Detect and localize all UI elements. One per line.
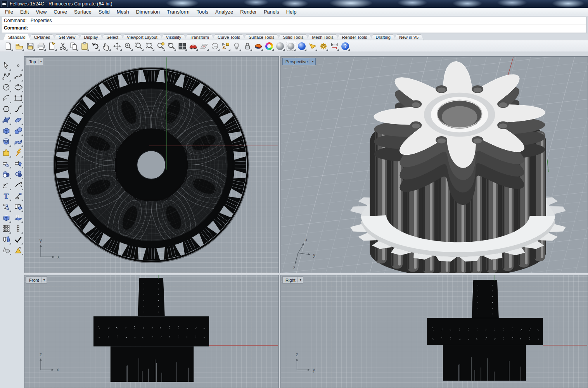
chevron-down-icon[interactable]: ▾ — [43, 279, 45, 282]
paste-icon[interactable] — [80, 42, 89, 51]
tab-drafting[interactable]: Drafting — [370, 34, 396, 40]
perspective-viewport[interactable]: Perspective ▾ xyz — [280, 56, 588, 273]
blend-curve-icon[interactable] — [14, 104, 23, 114]
render-icon[interactable] — [297, 42, 306, 51]
check-icon[interactable] — [14, 235, 23, 244]
tab-transform[interactable]: Transform — [185, 34, 214, 40]
boolean-difference-icon[interactable] — [14, 170, 23, 179]
text-icon[interactable]: T — [2, 191, 11, 201]
tab-visibility[interactable]: Visibility — [161, 34, 187, 40]
orient-icon[interactable] — [14, 202, 23, 212]
tab-curve-tools[interactable]: Curve Tools — [213, 34, 245, 40]
zoom-window-icon[interactable] — [134, 42, 144, 51]
menu-item-transform[interactable]: Transform — [163, 8, 193, 16]
tab-surface-tools[interactable]: Surface Tools — [244, 34, 279, 40]
surface-3pt-icon[interactable] — [2, 115, 11, 125]
polygon-icon[interactable] — [2, 104, 11, 114]
viewport-layout-icon[interactable] — [178, 42, 187, 51]
selection-filter-icon[interactable] — [221, 42, 230, 51]
render-cone-icon[interactable] — [308, 42, 317, 51]
menu-item-solid[interactable]: Solid — [95, 8, 113, 16]
tab-new-in-v5[interactable]: New in V5 — [394, 34, 424, 40]
save-icon[interactable] — [26, 42, 35, 51]
tab-render-tools[interactable]: Render Tools — [337, 34, 372, 40]
chevron-down-icon[interactable]: ▾ — [40, 60, 42, 63]
circle-icon[interactable] — [2, 83, 11, 92]
array-icon[interactable] — [2, 224, 11, 234]
help-icon[interactable]: ? — [341, 42, 350, 51]
chevron-down-icon[interactable]: ▾ — [312, 60, 313, 63]
viewport-menu-top[interactable]: Top ▾ — [26, 58, 44, 65]
tab-solid-tools[interactable]: Solid Tools — [278, 34, 308, 40]
menu-item-help[interactable]: Help — [283, 8, 300, 16]
tab-mesh-tools[interactable]: Mesh Tools — [307, 34, 338, 40]
top-viewport-canvas[interactable]: yx — [24, 57, 278, 273]
cut-icon[interactable] — [58, 42, 67, 51]
copy-objects-icon[interactable] — [2, 202, 11, 212]
lock-icon[interactable] — [243, 42, 252, 51]
front-viewport[interactable]: Front ▾ zx — [24, 275, 279, 388]
primitives-icon[interactable] — [2, 246, 11, 255]
revolve-icon[interactable] — [2, 137, 11, 147]
command-prompt[interactable]: Command: — [2, 24, 586, 31]
zoom-dynamic-icon[interactable] — [123, 42, 133, 51]
trim-icon[interactable] — [2, 159, 11, 168]
copy-icon[interactable] — [69, 42, 78, 51]
menu-item-curve[interactable]: Curve — [50, 8, 71, 16]
cone-icon[interactable] — [14, 246, 23, 255]
top-viewport[interactable]: Top ▾ yx — [24, 56, 279, 273]
tab-cplanes[interactable]: CPlanes — [29, 34, 55, 40]
undo-view-icon[interactable] — [167, 42, 176, 51]
menu-item-surface[interactable]: Surface — [71, 8, 95, 16]
split-icon[interactable] — [14, 159, 23, 168]
menu-item-edit[interactable]: Edit — [17, 8, 32, 16]
new-file-icon[interactable] — [4, 42, 13, 51]
cplane-icon[interactable] — [199, 42, 209, 51]
zoom-selected-icon[interactable] — [156, 42, 165, 51]
tab-viewport-layout[interactable]: Viewport Layout — [122, 34, 163, 40]
polyline-icon[interactable] — [2, 72, 11, 81]
menu-item-panels[interactable]: Panels — [260, 8, 283, 16]
tab-display[interactable]: Display — [79, 34, 103, 40]
sphere-icon[interactable] — [14, 126, 23, 136]
mirror-icon[interactable] — [2, 235, 11, 244]
boolean-union-icon[interactable] — [2, 170, 11, 179]
open-file-icon[interactable] — [15, 42, 24, 51]
zoom-extents-icon[interactable] — [145, 42, 154, 51]
mesh-surface-icon[interactable] — [14, 137, 23, 147]
box-icon[interactable] — [2, 126, 11, 136]
fillet-curve-icon[interactable] — [2, 180, 11, 190]
rectangle-icon[interactable] — [14, 94, 23, 103]
menu-item-render[interactable]: Render — [237, 8, 260, 16]
select-icon[interactable] — [2, 61, 11, 71]
tab-standard[interactable]: Standard — [3, 34, 31, 40]
patch-icon[interactable] — [14, 115, 23, 125]
rhino-logo-icon[interactable] — [1, 1, 8, 7]
point-icon[interactable] — [14, 61, 23, 71]
curve-icon[interactable] — [14, 72, 23, 81]
right-viewport-canvas[interactable]: zy — [281, 275, 588, 388]
fillet-edge-icon[interactable] — [2, 213, 11, 223]
render-region-icon[interactable] — [286, 42, 296, 51]
extend-curve-icon[interactable] — [14, 180, 23, 190]
menu-item-tools[interactable]: Tools — [193, 8, 212, 16]
viewport-menu-right[interactable]: Right ▾ — [282, 276, 303, 284]
undo-icon[interactable] — [91, 42, 100, 51]
front-viewport-canvas[interactable]: zx — [24, 275, 278, 388]
chevron-down-icon[interactable]: ▾ — [300, 279, 301, 282]
right-viewport[interactable]: Right ▾ zy — [280, 275, 588, 388]
render-preview-icon[interactable] — [254, 42, 263, 51]
tab-select[interactable]: Select — [102, 34, 124, 40]
color-wheel-icon[interactable] — [265, 42, 274, 51]
lightbulb-icon[interactable] — [232, 42, 241, 51]
rotate-view-icon[interactable] — [112, 42, 122, 51]
move-icon[interactable] — [14, 191, 23, 201]
tab-set-view[interactable]: Set View — [54, 34, 80, 40]
viewport-menu-perspective[interactable]: Perspective ▾ — [282, 58, 316, 65]
extrude-icon[interactable] — [14, 213, 23, 223]
insert-file-icon[interactable] — [47, 42, 57, 51]
menu-item-mesh[interactable]: Mesh — [113, 8, 133, 16]
options-icon[interactable] — [319, 42, 328, 51]
array-linear-icon[interactable] — [14, 224, 23, 234]
print-icon[interactable] — [36, 42, 46, 51]
